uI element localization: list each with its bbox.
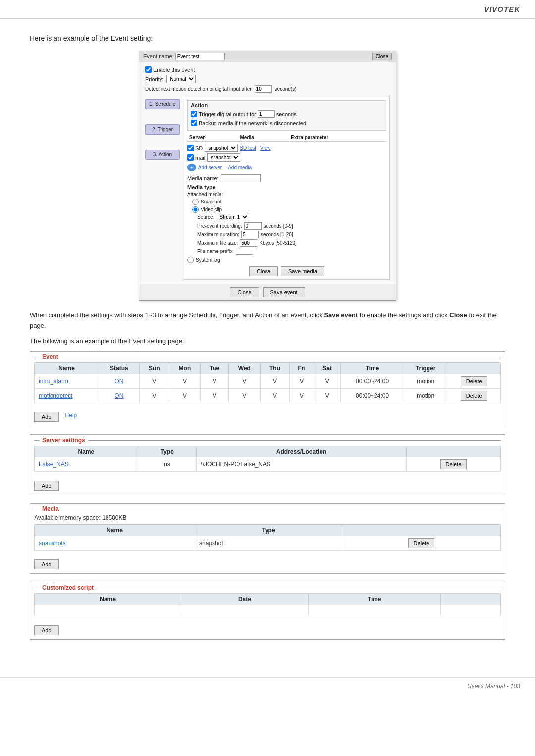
th-name: Name xyxy=(35,363,99,374)
add-server-btn[interactable]: + xyxy=(187,164,196,171)
file-prefix-input[interactable] xyxy=(236,248,253,255)
event-link-1[interactable]: intru_alarm xyxy=(39,378,68,385)
pre-event-row: Pre-event recording: seconds [0-9] xyxy=(197,222,386,230)
add-server-link[interactable]: Add server xyxy=(198,165,222,170)
detect-row: Detect next motion detection or digital … xyxy=(145,85,390,93)
th-action xyxy=(447,363,501,374)
intro-text: Here is an example of the Event setting: xyxy=(30,34,505,42)
description-para1: When completed the settings with steps 1… xyxy=(30,310,505,331)
th-server-name: Name xyxy=(35,446,138,457)
col-media: Media xyxy=(238,134,289,141)
page-footer: User's Manual - 103 xyxy=(0,677,535,695)
server-delete-1: Delete xyxy=(406,457,500,472)
trigger-digital-checkbox[interactable] xyxy=(191,111,197,117)
trigger-digital-row: Trigger digital output for seconds xyxy=(191,110,383,118)
enable-event-checkbox[interactable] xyxy=(145,66,152,73)
event-sat-1: V xyxy=(314,374,341,389)
sd-checkbox[interactable] xyxy=(187,145,194,151)
add-script-btn[interactable]: Add xyxy=(34,625,59,635)
available-memory: Available memory space: 18500KB xyxy=(34,514,501,521)
media-type-radio-group: Snapshot Video clip xyxy=(192,199,386,213)
step2-box: 2. Trigger xyxy=(145,124,180,135)
snapshot-radio-label[interactable]: Snapshot xyxy=(192,199,386,205)
help-link[interactable]: Help xyxy=(65,412,77,419)
event-delete-2: Delete xyxy=(447,389,501,403)
server-media-header: Server Media Extra parameter xyxy=(187,134,386,142)
sd-media-select[interactable]: snapshot xyxy=(205,144,238,152)
media-header-row: Name Type xyxy=(35,525,501,536)
event-mon-1: V xyxy=(169,374,200,389)
th-server-address: Address/Location xyxy=(197,446,407,457)
th-sat: Sat xyxy=(314,363,341,374)
syslog-radio[interactable] xyxy=(187,257,194,263)
th-script-time: Time xyxy=(308,594,440,605)
sd-view-link[interactable]: View xyxy=(260,145,271,151)
event-name-input[interactable] xyxy=(175,53,225,60)
detect-seconds-input[interactable] xyxy=(255,85,272,93)
add-event-btn[interactable]: Add xyxy=(34,412,59,422)
th-mon: Mon xyxy=(169,363,200,374)
server-table-head: Name Type Address/Location xyxy=(35,446,501,457)
max-duration-row: Maximum duration: seconds [1-20] xyxy=(197,231,386,238)
close-media-btn[interactable]: Close xyxy=(249,266,278,276)
add-server-btn-page[interactable]: Add xyxy=(34,481,59,491)
event-status-on-2[interactable]: ON xyxy=(114,392,123,399)
trigger-seconds-input[interactable] xyxy=(258,110,275,118)
backup-media-label[interactable]: Backup media if the network is disconnec… xyxy=(191,120,306,126)
add-server-media-row: + Add server Add media xyxy=(187,164,386,171)
server-link-1[interactable]: False_NAS xyxy=(39,461,69,468)
event-trigger-1: motion xyxy=(404,374,447,389)
event-name-1: intru_alarm xyxy=(35,374,99,389)
header-bar: VIVOTEK xyxy=(0,0,535,19)
dialog-close-btn[interactable]: Close xyxy=(372,53,392,60)
table-row: snapshots snapshot Delete xyxy=(35,536,501,551)
table-row: motiondetect ON V V V V V V V 00:00~24:0… xyxy=(35,389,501,403)
media-config-section: Media name: Media type Attached media: S… xyxy=(187,174,386,263)
sd-test-link[interactable]: SD test xyxy=(240,145,256,151)
priority-select[interactable]: Normal xyxy=(166,75,196,83)
delete-event-2-btn[interactable]: Delete xyxy=(461,391,487,401)
videoclip-radio[interactable] xyxy=(192,206,199,213)
max-duration-input[interactable] xyxy=(241,231,259,238)
server-table-body: False_NAS ns \\JOCHEN-PC\False_NAS Delet… xyxy=(35,457,501,472)
event-link-2[interactable]: motiondetect xyxy=(39,392,73,399)
media-name-input[interactable] xyxy=(221,174,261,182)
enable-event-label[interactable]: Enable this event xyxy=(145,66,195,73)
syslog-radio-label[interactable]: System log xyxy=(187,257,386,263)
videoclip-radio-label[interactable]: Video clip xyxy=(192,206,386,213)
dialog-body: Enable this event Priority: Normal Detec… xyxy=(139,62,396,284)
event-status-on-1[interactable]: ON xyxy=(114,378,123,385)
event-thu-2: V xyxy=(260,389,289,403)
backup-media-checkbox[interactable] xyxy=(191,120,197,126)
save-media-btn[interactable]: Save media xyxy=(281,266,324,276)
customized-table-head: Name Date Time xyxy=(35,594,501,605)
delete-media-1-btn[interactable]: Delete xyxy=(408,538,435,548)
customized-btn-row: Add xyxy=(30,620,505,639)
event-status-1: ON xyxy=(99,374,139,389)
server-table: Name Type Address/Location False_NAS ns … xyxy=(34,446,501,472)
snapshot-radio[interactable] xyxy=(192,199,199,205)
source-select[interactable]: Stream 1 xyxy=(216,213,249,221)
table-row: False_NAS ns \\JOCHEN-PC\False_NAS Delet… xyxy=(35,457,501,472)
media-table: Name Type snapshots snapshot Delete xyxy=(34,524,501,551)
mail-checkbox[interactable] xyxy=(187,154,194,161)
trigger-digital-label[interactable]: Trigger digital output for seconds xyxy=(191,110,297,118)
save-event-btn[interactable]: Save event xyxy=(263,287,305,297)
event-fri-1: V xyxy=(290,374,314,389)
th-media-type: Type xyxy=(195,525,342,536)
media-table-wrapper: Available memory space: 18500KB Name Typ… xyxy=(30,514,505,554)
mail-media-select[interactable]: snapshot xyxy=(207,153,240,162)
close-event-btn[interactable]: Close xyxy=(230,287,259,297)
delete-server-1-btn[interactable]: Delete xyxy=(440,459,467,469)
event-table-body: intru_alarm ON V V V V V V V 00:00~24:00… xyxy=(35,374,501,403)
media-link-1[interactable]: snapshots xyxy=(39,540,66,547)
media-type-1: snapshot xyxy=(195,536,342,551)
server-settings-section: Server settings Name Type Address/Locati… xyxy=(30,434,505,495)
event-sat-2: V xyxy=(314,389,341,403)
max-filesize-input[interactable] xyxy=(240,239,257,247)
add-media-btn-page[interactable]: Add xyxy=(34,559,59,569)
add-media-link[interactable]: Add media xyxy=(228,165,252,170)
pre-event-input[interactable] xyxy=(244,222,262,230)
delete-event-1-btn[interactable]: Delete xyxy=(461,376,487,386)
event-trigger-2: motion xyxy=(404,389,447,403)
